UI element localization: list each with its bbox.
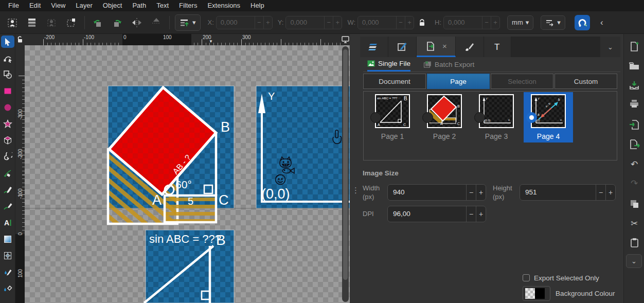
height-decrement-button[interactable]: − xyxy=(596,185,605,200)
page-3-thumbnail[interactable]: Y (0,0) x xyxy=(479,94,514,128)
y-spinbox[interactable]: 0,000 − + xyxy=(285,16,342,29)
menu-object[interactable]: Object xyxy=(98,0,128,11)
w-increment-button[interactable]: + xyxy=(405,16,414,29)
scrollbar-thumb[interactable] xyxy=(343,49,348,280)
height-input[interactable]: 951 xyxy=(520,185,596,200)
page-3-radio[interactable] xyxy=(474,112,485,123)
export-selected-checkbox[interactable] xyxy=(523,274,530,281)
commands-overflow-button[interactable]: ⌄ xyxy=(626,254,642,268)
node-tool[interactable] xyxy=(1,52,14,64)
open-document-icon[interactable] xyxy=(628,60,640,72)
width-input[interactable]: 940 xyxy=(388,185,466,200)
h-spinbox[interactable]: 0,000 − + xyxy=(443,16,500,29)
dialog-tab-overflow-chevron[interactable]: ⌄ xyxy=(600,37,620,57)
h-increment-button[interactable]: + xyxy=(491,16,499,29)
h-decrement-button[interactable]: − xyxy=(482,16,491,29)
flip-vertical-button[interactable] xyxy=(150,16,163,29)
height-increment-button[interactable]: + xyxy=(605,185,615,200)
export-icon[interactable] xyxy=(628,138,640,150)
dpi-spinbox[interactable]: 96,00 − + xyxy=(387,206,486,222)
menu-path[interactable]: Path xyxy=(127,0,151,11)
x-spinbox[interactable]: 0,000 − + xyxy=(216,16,273,29)
tab-paintbrush[interactable] xyxy=(456,37,484,57)
flip-horizontal-button[interactable] xyxy=(130,16,144,29)
page-4-cell[interactable]: Y a b a - b (0) x Page 4 xyxy=(524,92,573,142)
shape-builder-tool[interactable] xyxy=(1,68,14,81)
deselect-button[interactable] xyxy=(45,16,59,29)
dpi-input[interactable]: 96,00 xyxy=(388,206,466,222)
cut-icon[interactable]: ✂ xyxy=(628,217,640,229)
lock-ratio-icon[interactable] xyxy=(415,16,428,29)
gradient-tool[interactable] xyxy=(1,233,14,245)
select-all-layers-button[interactable] xyxy=(26,16,39,29)
page-2-radio[interactable] xyxy=(422,112,433,123)
menu-layer[interactable]: Layer xyxy=(70,0,98,11)
page-1-radio[interactable] xyxy=(370,112,381,123)
save-document-icon[interactable] xyxy=(628,79,640,92)
width-increment-button[interactable]: + xyxy=(476,185,486,200)
tab-batch-export[interactable]: Batch Export xyxy=(424,57,474,72)
x-increment-button[interactable]: + xyxy=(263,16,272,29)
calligraphy-tool[interactable] xyxy=(1,200,14,212)
snap-toggle-button[interactable] xyxy=(575,15,590,30)
move-options-dropdown[interactable]: ▾ xyxy=(541,15,565,30)
y-input[interactable]: 0,000 xyxy=(286,16,324,29)
star-tool[interactable] xyxy=(1,118,14,130)
redo-icon[interactable]: ↷ xyxy=(628,177,640,189)
page-4-thumbnail[interactable]: Y a b a - b (0) x xyxy=(531,94,566,128)
select-all-button[interactable] xyxy=(6,16,20,29)
tab-single-file[interactable]: Single File xyxy=(367,57,410,72)
menu-extensions[interactable]: Extensions xyxy=(202,0,245,11)
pen-tool[interactable] xyxy=(1,167,14,180)
x-input[interactable]: 0,000 xyxy=(217,16,255,29)
text-tool[interactable]: A xyxy=(1,217,14,229)
close-icon[interactable]: × xyxy=(442,42,447,50)
dpi-decrement-button[interactable]: − xyxy=(466,206,476,222)
import-icon[interactable] xyxy=(628,118,640,131)
h-input[interactable]: 0,000 xyxy=(444,16,482,29)
w-decrement-button[interactable]: − xyxy=(396,16,405,29)
spiral-tool[interactable] xyxy=(1,151,14,163)
menu-help[interactable]: Help xyxy=(245,0,270,11)
box-3d-tool[interactable] xyxy=(1,134,14,147)
collapse-toolbar-icon[interactable]: ‹ xyxy=(596,17,607,28)
tab-export[interactable]: × xyxy=(417,37,456,57)
y-decrement-button[interactable]: − xyxy=(324,16,333,29)
background-colour-button[interactable] xyxy=(523,286,550,301)
tab-text[interactable]: T xyxy=(484,37,511,57)
tab-fill-stroke[interactable] xyxy=(388,37,417,57)
page-3-cell[interactable]: Y (0,0) x Page 3 xyxy=(472,92,521,142)
horizontal-ruler[interactable]: -200 -100 0 100 200 300 ▼ xyxy=(25,34,341,45)
panel-resize-strip[interactable]: ⋮ xyxy=(350,34,360,303)
menu-text[interactable]: Text xyxy=(151,0,174,11)
menu-edit[interactable]: Edit xyxy=(24,0,46,11)
page-1-cell[interactable]: sin ABC = ??? B A C Page 1 xyxy=(368,92,417,142)
area-custom-button[interactable]: Custom xyxy=(554,74,617,89)
tab-layers[interactable] xyxy=(360,37,388,57)
rectangle-tool[interactable] xyxy=(1,85,14,97)
pencil-tool[interactable] xyxy=(1,184,14,196)
height-spinbox[interactable]: 951 − + xyxy=(520,184,616,201)
drawing-canvas[interactable]: 60° B A C 5 AB - ? Y (0,0) xyxy=(25,45,350,303)
align-dropdown-button[interactable]: ▾ xyxy=(175,14,201,31)
y-increment-button[interactable]: + xyxy=(333,16,342,29)
rotate-ccw-button[interactable] xyxy=(91,16,104,29)
menu-filters[interactable]: Filters xyxy=(174,0,202,11)
page-4-radio[interactable] xyxy=(526,112,537,123)
eraser-tool[interactable] xyxy=(1,282,14,295)
w-spinbox[interactable]: 0,000 − + xyxy=(357,16,414,29)
selection-bbox-button[interactable] xyxy=(65,16,78,29)
menu-file[interactable]: File xyxy=(3,0,24,11)
ellipse-tool[interactable] xyxy=(1,101,14,114)
page-2-cell[interactable]: B A C Page 2 xyxy=(420,92,469,142)
page-2-thumbnail[interactable]: B A C xyxy=(427,94,462,128)
lock-guides-icon[interactable] xyxy=(15,34,25,45)
width-spinbox[interactable]: 940 − + xyxy=(387,184,486,201)
resize-grip-icon[interactable]: ⋮ xyxy=(352,188,360,192)
copy-icon[interactable] xyxy=(628,198,640,210)
dropper-tool[interactable] xyxy=(1,266,14,278)
new-document-icon[interactable] xyxy=(628,40,640,52)
mesh-gradient-tool[interactable] xyxy=(1,249,14,262)
rotate-cw-button[interactable] xyxy=(111,16,124,29)
area-page-button[interactable]: Page xyxy=(427,74,490,89)
